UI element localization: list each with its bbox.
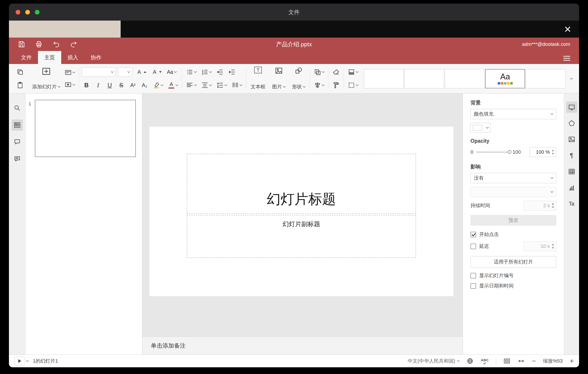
show-slide-number-checkbox[interactable] (471, 273, 476, 278)
chart-settings-button[interactable] (566, 182, 577, 193)
comments-button[interactable] (12, 136, 23, 148)
insert-textbox-button[interactable]: T 文本框 (249, 66, 267, 91)
apply-to-all-button[interactable]: 适用于所有幻灯片 (471, 256, 556, 268)
slide-thumbnail[interactable] (35, 100, 136, 157)
chat-button[interactable] (12, 154, 23, 165)
language-select[interactable]: 中文(中华人民共和国) (408, 358, 460, 364)
shape-settings-button[interactable] (566, 118, 577, 129)
font-size-select[interactable] (118, 67, 132, 77)
fit-width-icon[interactable] (518, 357, 525, 365)
fit-slide-icon[interactable] (503, 357, 511, 365)
start-slideshow-button[interactable] (63, 80, 76, 89)
underline-button[interactable]: U (105, 81, 114, 90)
bullet-list-button[interactable] (185, 67, 198, 77)
superscript-button[interactable]: A² (128, 81, 138, 89)
effect-select[interactable]: 没有 (471, 173, 556, 183)
show-date-checkbox[interactable] (471, 283, 476, 289)
start-on-click-checkbox[interactable] (471, 232, 476, 237)
notes-area[interactable]: 单击添加备注 (142, 336, 463, 354)
line-spacing-button[interactable] (215, 81, 228, 90)
app-window: 文件 × 产品介绍.pptx adm***@dootask.com 文件 主页 … (9, 4, 579, 367)
image-settings-button[interactable] (566, 134, 577, 145)
theme-thumbnail[interactable] (526, 69, 566, 88)
columns-button[interactable] (230, 81, 243, 90)
change-case-button[interactable]: Aa (165, 68, 178, 76)
chevron-down-icon (486, 126, 489, 129)
slide-canvas[interactable]: 幻灯片标题 幻灯片副标题 (149, 126, 454, 297)
decrease-indent-button[interactable] (215, 67, 225, 77)
textart-settings-button[interactable]: Ta (566, 198, 577, 209)
subscript-button[interactable]: A₂ (140, 81, 149, 89)
delay-checkbox[interactable] (471, 244, 476, 249)
minimize-window-button[interactable] (25, 10, 30, 14)
slide-layout-button[interactable] (63, 68, 76, 77)
zoom-level-label: 缩放%53 (543, 358, 563, 364)
search-button[interactable] (12, 102, 23, 114)
close-icon[interactable]: × (564, 23, 571, 35)
arrange-shapes-button[interactable] (313, 67, 326, 77)
theme-thumbnail[interactable] (364, 69, 404, 88)
fill-type-select[interactable]: 颜色填充 (471, 109, 556, 119)
tab-home[interactable]: 主页 (38, 51, 61, 64)
increase-font-button[interactable]: A (135, 68, 148, 76)
font-name-select[interactable] (82, 67, 116, 77)
tab-collaboration[interactable]: 协作 (84, 51, 108, 64)
theme-thumbnail[interactable] (404, 69, 444, 88)
header-tabs: 文件 主页 插入 协作 (9, 51, 579, 64)
insert-shape-button[interactable]: 形状 (290, 66, 307, 91)
insert-image-button[interactable]: 图片 (270, 66, 287, 91)
opacity-slider[interactable] (476, 152, 509, 153)
table-settings-button[interactable] (566, 166, 577, 177)
print-icon[interactable] (35, 41, 42, 48)
opacity-value-input[interactable]: 100 % (529, 147, 556, 157)
fill-color-select[interactable] (471, 123, 491, 133)
copy-style-button[interactable] (331, 81, 341, 90)
theme-thumbnail[interactable] (445, 69, 484, 88)
theme-thumbnail-selected[interactable]: Aa (485, 69, 525, 88)
decrease-font-button[interactable]: A (150, 68, 163, 76)
slide-fill-button[interactable] (346, 67, 359, 77)
vertical-align-button[interactable] (200, 81, 213, 90)
triangle-down-icon (159, 71, 162, 73)
undo-icon[interactable] (53, 41, 60, 48)
paragraph-settings-button[interactable]: ¶ (566, 150, 577, 161)
save-icon[interactable] (18, 41, 25, 48)
line-spacing-icon (217, 82, 224, 89)
redo-icon[interactable] (70, 41, 77, 48)
start-slideshow-status-button[interactable] (14, 357, 25, 365)
globe-icon[interactable] (466, 357, 474, 365)
spellcheck-button[interactable]: ABC (481, 358, 489, 364)
duration-input[interactable]: 2 s (524, 201, 556, 210)
zoom-window-button[interactable] (35, 10, 40, 14)
numbered-list-button[interactable] (200, 67, 213, 77)
zoom-out-button[interactable]: − (532, 358, 536, 364)
select-tool-button[interactable] (346, 81, 359, 90)
paste-button[interactable] (15, 81, 25, 90)
horizontal-align-button[interactable] (185, 81, 198, 90)
slides-panel-button[interactable] (12, 120, 23, 131)
clear-style-button[interactable] (331, 67, 341, 77)
highlight-color-button[interactable] (151, 81, 164, 90)
effect-option-select[interactable] (471, 187, 556, 197)
zoom-in-button[interactable]: + (570, 358, 574, 364)
slide-settings-button[interactable] (566, 101, 577, 113)
align-objects-button[interactable] (313, 81, 326, 90)
add-slide-button[interactable]: 添加幻灯片 (30, 66, 62, 91)
chevron-down-icon[interactable] (26, 359, 29, 362)
font-color-button[interactable]: A (167, 81, 179, 89)
theme-gallery-expand-button[interactable] (568, 75, 574, 83)
title-placeholder[interactable]: 幻灯片标题 (187, 154, 416, 214)
tab-file[interactable]: 文件 (15, 51, 38, 64)
preview-button[interactable]: 预览 (471, 215, 556, 226)
italic-button[interactable]: I (93, 81, 103, 90)
copy-button[interactable] (15, 67, 25, 77)
subtitle-placeholder[interactable]: 幻灯片副标题 (187, 215, 416, 258)
menu-icon[interactable] (563, 55, 570, 62)
close-window-button[interactable] (16, 10, 20, 14)
tab-insert[interactable]: 插入 (61, 51, 84, 64)
bold-button[interactable]: B (82, 81, 91, 90)
strikethrough-button[interactable]: S (117, 81, 126, 90)
delay-input[interactable]: 10 s (524, 241, 556, 251)
increase-indent-button[interactable] (227, 67, 237, 77)
opacity-slider-knob[interactable] (508, 150, 511, 154)
